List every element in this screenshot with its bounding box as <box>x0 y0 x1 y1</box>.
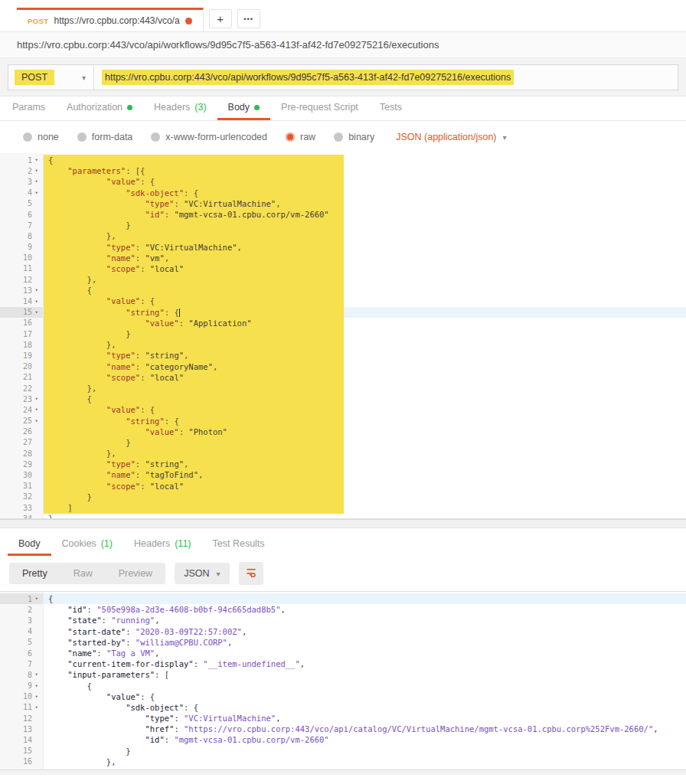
code-line[interactable]: "name": "vm", <box>44 253 686 263</box>
code-line[interactable]: "id": "505e998a-2d3e-4608-b0bf-94c665dad… <box>44 604 686 615</box>
line-number: 3 <box>28 616 32 625</box>
fold-arrow-icon[interactable]: ▾ <box>32 178 41 185</box>
gutter-line: 9 <box>0 242 43 253</box>
tab-cookies[interactable]: Cookies (1) <box>51 533 123 556</box>
fold-arrow-icon[interactable]: ▾ <box>32 694 41 700</box>
fold-arrow-icon[interactable]: ▾ <box>32 407 41 413</box>
code-line[interactable]: "sdk-object": { <box>44 702 686 713</box>
response-body-editor[interactable]: 1▾2345678▾9▾10▾11▾121314151617 { "id": "… <box>0 591 686 775</box>
wrap-text-button[interactable] <box>239 562 263 585</box>
code-line[interactable]: "name": "categoryName", <box>44 361 686 372</box>
code-line[interactable]: }, <box>44 756 686 767</box>
request-body-editor[interactable]: 1▾2▾3▾4▾5678910111213▾14▾15▾161718192021… <box>0 153 686 519</box>
view-pretty-button[interactable]: Pretty <box>9 563 60 584</box>
code-line[interactable]: "type": "VC:VirtualMachine", <box>44 713 686 724</box>
radio-none[interactable]: none <box>23 132 59 142</box>
code-line[interactable]: "value": "Application" <box>44 318 686 328</box>
more-tabs-button[interactable]: ••• <box>237 9 260 28</box>
code-line[interactable]: "value": "Photon" <box>44 426 686 437</box>
tab-body[interactable]: Body <box>217 96 271 120</box>
text-cursor <box>179 309 180 317</box>
gutter-line: 13 <box>0 724 43 734</box>
code-line[interactable]: "input-parameters": [ <box>44 669 686 680</box>
tab-pre-request-script[interactable]: Pre-request Script <box>270 96 369 120</box>
content-type-label: JSON (application/json) <box>396 132 496 142</box>
code-line[interactable]: "scope": "local" <box>44 263 686 274</box>
code-line[interactable]: "value": { <box>44 691 686 702</box>
code-line[interactable]: { <box>44 681 686 691</box>
url-input[interactable]: https://vro.cpbu.corp:443/vco/api/workfl… <box>94 65 678 90</box>
code-line[interactable]: "type": "string", <box>44 350 686 361</box>
tab-label: Headers <box>134 538 170 549</box>
code-line[interactable]: "start-date": "2020-03-09T22:57:00Z", <box>44 626 686 637</box>
code-line[interactable]: "type": "VC:VirtualMachine", <box>44 242 686 253</box>
view-preview-button[interactable]: Preview <box>106 563 165 584</box>
radio-x-www-form-urlencoded[interactable]: x-www-form-urlencoded <box>151 132 267 142</box>
code-line[interactable]: "string": { <box>44 307 686 318</box>
code-line[interactable]: "value": { <box>44 296 686 306</box>
request-tab[interactable]: POST https://vro.cpbu.corp:443/vco/a <box>17 8 204 31</box>
code-line[interactable]: "value": { <box>44 176 686 187</box>
fold-arrow-icon[interactable]: ▾ <box>32 190 41 196</box>
code-line[interactable]: } <box>44 513 686 518</box>
fold-arrow-icon[interactable]: ▾ <box>32 596 41 602</box>
method-selector[interactable]: POST ▾ <box>8 65 94 90</box>
code-area[interactable]: { "id": "505e998a-2d3e-4608-b0bf-94c665d… <box>44 592 686 775</box>
code-line[interactable]: "id": "mgmt-vcsa-01.cpbu.corp/vm-2660" <box>44 734 686 745</box>
code-area[interactable]: { "parameters": [{ "value": { "sdk-objec… <box>44 153 686 518</box>
code-line[interactable]: "type": "VC:VirtualMachine", <box>44 198 686 209</box>
radio-form-data[interactable]: form-data <box>77 132 133 142</box>
radio-raw[interactable]: raw <box>286 132 315 142</box>
tab-label: Params <box>12 102 45 113</box>
fold-arrow-icon[interactable]: ▾ <box>32 396 41 402</box>
code-line[interactable]: "scope": "local" <box>44 481 686 492</box>
code-line[interactable]: } <box>44 746 686 756</box>
tab-count: (1) <box>101 538 113 549</box>
pane-splitter[interactable] <box>0 519 686 528</box>
gutter-line: 4 <box>0 626 43 637</box>
code-line[interactable]: "string": { <box>44 416 686 426</box>
code-line[interactable]: "state": "running", <box>44 615 686 626</box>
tab-response-body[interactable]: Body <box>8 533 51 556</box>
tab-authorization[interactable]: Authorization <box>56 96 143 120</box>
gutter-line: 6 <box>0 209 43 220</box>
gutter-line: 5 <box>0 198 43 209</box>
code-line[interactable]: "name": "tagToFind", <box>44 469 686 480</box>
horizontal-scrollbar[interactable] <box>0 769 686 775</box>
code-line[interactable]: "scope": "local" <box>44 372 686 383</box>
tab-label: Test Results <box>213 538 265 549</box>
code-line[interactable]: "current-item-for-display": "__item-unde… <box>44 658 686 669</box>
fold-arrow-icon[interactable]: ▾ <box>32 704 41 710</box>
code-line[interactable]: "name": "Tag a VM", <box>44 648 686 658</box>
fold-arrow-icon[interactable]: ▾ <box>32 157 41 163</box>
content-type-selector[interactable]: JSON (application/json) ▾ <box>396 132 506 142</box>
line-number: 16 <box>23 757 32 766</box>
code-line[interactable]: "started-by": "william@CPBU.CORP", <box>44 637 686 648</box>
code-line[interactable]: "type": "string", <box>44 459 686 469</box>
tab-tests[interactable]: Tests <box>369 96 413 120</box>
code-line[interactable]: "parameters": [{ <box>44 165 686 176</box>
tab-test-results[interactable]: Test Results <box>202 533 276 556</box>
fold-arrow-icon[interactable]: ▾ <box>32 168 41 174</box>
gutter-line: 6 <box>0 648 43 658</box>
fold-arrow-icon[interactable]: ▾ <box>32 309 41 315</box>
fold-arrow-icon[interactable]: ▾ <box>32 287 41 293</box>
fold-arrow-icon[interactable]: ▾ <box>32 299 41 305</box>
tab-headers[interactable]: Headers (3) <box>143 96 217 120</box>
response-language-selector[interactable]: JSON ▾ <box>175 563 229 584</box>
radio-icon <box>23 132 32 142</box>
code-line[interactable]: "sdk-object": { <box>44 188 686 198</box>
new-tab-button[interactable]: + <box>209 9 232 28</box>
fold-arrow-icon[interactable]: ▾ <box>32 683 41 689</box>
radio-icon <box>151 132 160 142</box>
fold-arrow-icon[interactable]: ▾ <box>32 418 41 424</box>
code-line[interactable]: { <box>44 593 686 604</box>
code-line[interactable]: "id": "mgmt-vcsa-01.cpbu.corp/vm-2660" <box>44 209 686 220</box>
view-raw-button[interactable]: Raw <box>60 563 106 584</box>
code-line[interactable]: "value": { <box>44 404 686 415</box>
radio-binary[interactable]: binary <box>334 132 374 142</box>
fold-arrow-icon[interactable]: ▾ <box>32 671 41 678</box>
code-line[interactable]: "href": "https://vro.cpbu.corp:443/vco/a… <box>44 724 686 734</box>
tab-params[interactable]: Params <box>2 96 56 120</box>
tab-response-headers[interactable]: Headers (11) <box>123 533 202 556</box>
